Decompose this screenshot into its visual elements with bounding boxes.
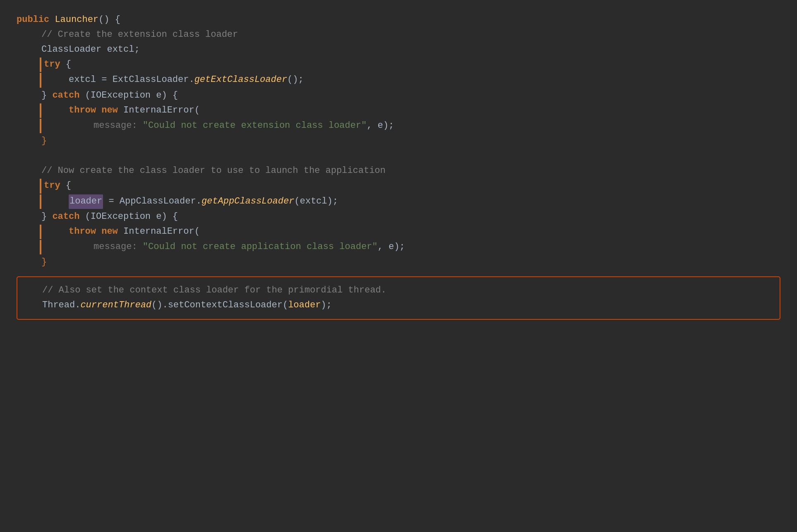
code-line-3: ClassLoader extcl;: [17, 42, 780, 57]
code-line-13: loader = AppClassLoader.getAppClassLoade…: [17, 194, 780, 209]
code-line-empty1: [17, 149, 780, 163]
code-line-1: public Launcher() {: [17, 12, 780, 27]
code-line-16: message: "Could not create application c…: [17, 240, 780, 255]
code-line-4: try {: [17, 57, 780, 72]
code-line-5: extcl = ExtClassLoader.getExtClassLoader…: [17, 72, 780, 88]
code-editor: public Launcher() { // Create the extens…: [17, 12, 780, 320]
hl-line-1: // Also set the context class loader for…: [17, 283, 780, 298]
code-line-9: }: [17, 134, 780, 149]
highlighted-code-block: // Also set the context class loader for…: [17, 276, 780, 319]
code-line-6: } catch (IOException e) {: [17, 88, 780, 103]
code-line-11: // Now create the class loader to use to…: [17, 163, 780, 178]
keyword-public: public: [17, 13, 49, 27]
code-line-2: // Create the extension class loader: [17, 27, 780, 42]
code-line-8: message: "Could not create extension cla…: [17, 118, 780, 134]
code-line-17: }: [17, 255, 780, 270]
code-line-7: throw new InternalError(: [17, 103, 780, 118]
code-line-15: throw new InternalError(: [17, 224, 780, 240]
hl-line-2: Thread.currentThread().setContextClassLo…: [17, 298, 780, 313]
code-line-14: } catch (IOException e) {: [17, 209, 780, 224]
code-line-12: try {: [17, 178, 780, 194]
method-name: Launcher: [55, 13, 98, 27]
